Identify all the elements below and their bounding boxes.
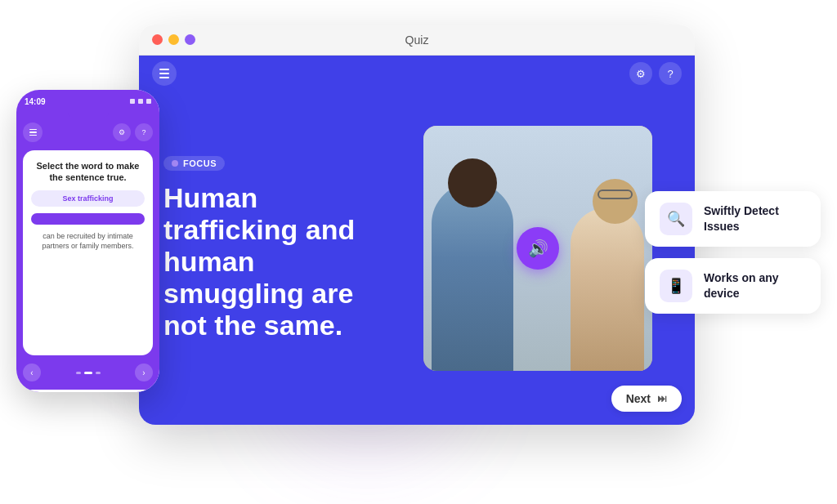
browser-window-controls bbox=[152, 34, 195, 45]
person-right-silhouette bbox=[571, 207, 644, 371]
phone-time: 14:09 bbox=[25, 97, 46, 106]
phone-navigation: ‹ › bbox=[23, 360, 153, 385]
phone-toolbar-right: ⚙ ? bbox=[113, 123, 153, 141]
browser-title: Quiz bbox=[405, 33, 429, 47]
phone-help-button[interactable]: ? bbox=[135, 123, 153, 141]
minimize-window-button[interactable] bbox=[168, 34, 179, 45]
focus-badge: FOCUS bbox=[163, 156, 225, 171]
device-icon: 📱 bbox=[660, 270, 692, 302]
phone-answer-chip[interactable]: Sex trafficking bbox=[31, 190, 145, 207]
audio-button[interactable]: 🔊 bbox=[517, 227, 559, 270]
phone-next-nav-button[interactable]: › bbox=[135, 364, 153, 381]
quiz-toolbar: ⚙ ? bbox=[139, 56, 695, 91]
next-arrow-icon: ⏭ bbox=[657, 393, 667, 404]
phone-card-title: Select the word to make the sentence tru… bbox=[31, 160, 145, 184]
feature-card-device: 📱 Works on any device bbox=[645, 258, 821, 314]
person-right-head bbox=[593, 179, 638, 224]
help-button[interactable]: ? bbox=[659, 62, 682, 85]
feature-card-detect: 🔍 Swiftly Detect Issues bbox=[645, 191, 821, 247]
person-left-head bbox=[448, 158, 497, 207]
quiz-text-panel: FOCUS Human trafficking and human smuggl… bbox=[139, 114, 389, 366]
focus-dot-icon bbox=[172, 160, 178, 167]
maximize-window-button[interactable] bbox=[185, 34, 195, 45]
phone-status-bar: 14:09 bbox=[16, 90, 159, 113]
person-left-silhouette bbox=[432, 183, 513, 371]
phone-frame: 14:09 ⚙ ? Select the word to bbox=[16, 90, 159, 392]
phone-menu-button[interactable] bbox=[23, 123, 43, 142]
phone-notch bbox=[68, 113, 109, 118]
phone-hamburger-icon bbox=[29, 129, 37, 136]
phone-content: ⚙ ? Select the word to make the sentence… bbox=[16, 113, 159, 392]
quiz-image: 🔊 bbox=[423, 126, 652, 371]
person-right-glasses bbox=[598, 190, 633, 199]
hamburger-icon bbox=[159, 69, 169, 78]
browser-frame: Quiz ⚙ ? FOCUS Human bbox=[139, 25, 695, 425]
phone-toolbar: ⚙ ? bbox=[23, 119, 153, 145]
phone-settings-button[interactable]: ⚙ bbox=[113, 123, 131, 141]
phone-answer-button[interactable] bbox=[31, 213, 145, 225]
phone-status-icons bbox=[130, 99, 151, 104]
next-button[interactable]: Next ⏭ bbox=[611, 386, 682, 412]
volume-icon: 🔊 bbox=[528, 239, 548, 258]
phone-body-text: can be recruited by intimate partners or… bbox=[31, 231, 145, 252]
phone-prev-button[interactable]: ‹ bbox=[23, 364, 41, 381]
toolbar-right-controls: ⚙ ? bbox=[629, 62, 682, 85]
browser-content: ⚙ ? FOCUS Human trafficking and human sm… bbox=[139, 56, 695, 425]
search-icon: 🔍 bbox=[660, 203, 692, 235]
settings-button[interactable]: ⚙ bbox=[629, 62, 652, 85]
phone-nav-dots bbox=[76, 372, 101, 374]
feature-device-text: Works on any device bbox=[704, 270, 806, 300]
menu-button[interactable] bbox=[152, 61, 177, 86]
phone-quiz-card: Select the word to make the sentence tru… bbox=[23, 150, 153, 355]
feature-cards-container: 🔍 Swiftly Detect Issues 📱 Works on any d… bbox=[645, 191, 821, 314]
close-window-button[interactable] bbox=[152, 34, 163, 45]
quiz-main-text: Human trafficking and human smuggling ar… bbox=[163, 182, 365, 341]
feature-detect-text: Swiftly Detect Issues bbox=[704, 203, 806, 233]
phone-next-button[interactable]: Next ⏭ bbox=[23, 390, 153, 392]
browser-titlebar: Quiz bbox=[139, 25, 695, 56]
